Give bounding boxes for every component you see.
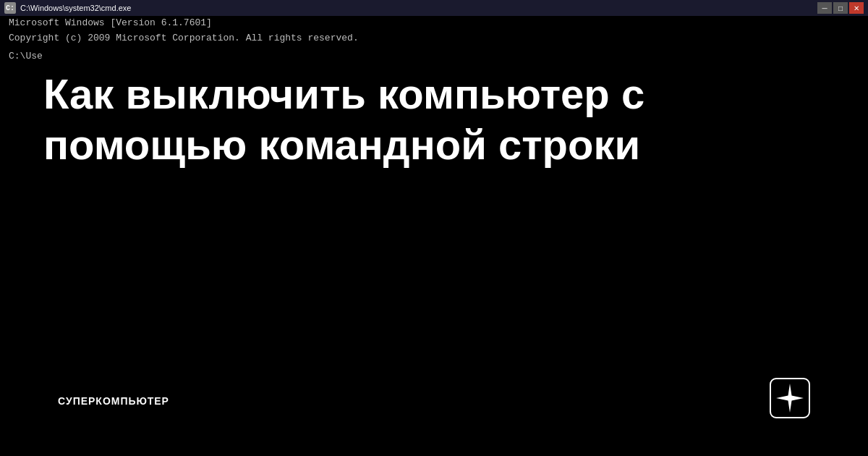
- terminal-line2: Copyright (c) 2009 Microsoft Corporation…: [9, 31, 359, 46]
- prompt-text: C:\Use: [9, 51, 43, 62]
- sparkle-star-icon: [770, 378, 810, 418]
- title-bar: C: C:\Windows\system32\cmd.exe ─ □ ✕: [0, 0, 868, 16]
- maximize-button[interactable]: □: [833, 2, 848, 14]
- title-bar-controls: ─ □ ✕: [817, 2, 864, 14]
- terminal-header: Microsoft Windows [Version 6.1.7601] Cop…: [9, 16, 359, 46]
- minimize-button[interactable]: ─: [817, 2, 832, 14]
- title-bar-title: C:\Windows\system32\cmd.exe: [20, 4, 131, 12]
- cmd-window: Microsoft Windows [Version 6.1.7601] Cop…: [0, 0, 868, 456]
- title-line1: Как выключить компьютер с: [43, 69, 825, 119]
- terminal-prompt: C:\Use: [9, 51, 43, 62]
- brand-label: СУПЕРКОМПЬЮТЕР: [58, 395, 169, 407]
- title-bar-left: C: C:\Windows\system32\cmd.exe: [4, 2, 131, 14]
- terminal-line1: Microsoft Windows [Version 6.1.7601]: [9, 16, 359, 31]
- cmd-icon: C:: [4, 2, 16, 14]
- title-line2: помощью командной строки: [43, 119, 825, 170]
- overlay-title: Как выключить компьютер с помощью команд…: [43, 69, 825, 169]
- close-button[interactable]: ✕: [849, 2, 864, 14]
